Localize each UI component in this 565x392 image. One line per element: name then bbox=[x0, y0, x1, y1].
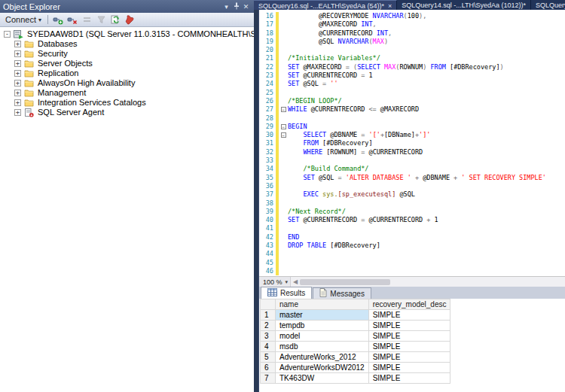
cell-name[interactable]: model bbox=[276, 331, 369, 342]
panel-splitter[interactable] bbox=[254, 10, 259, 392]
row-number-cell[interactable]: 2 bbox=[261, 321, 276, 331]
page-icon bbox=[319, 288, 327, 299]
fold-gutter bbox=[279, 224, 288, 232]
chevron-down-icon[interactable]: ▾ bbox=[221, 3, 231, 11]
code-text: /*Next Record*/ bbox=[288, 208, 346, 216]
code-line: 45 bbox=[259, 259, 565, 267]
scrollbar-thumb[interactable] bbox=[300, 279, 390, 285]
disconnect-icon[interactable] bbox=[66, 14, 78, 26]
expander-icon[interactable]: + bbox=[14, 99, 21, 106]
tree-item-label: SQL Server Agent bbox=[38, 108, 104, 117]
tree-item-replication[interactable]: +Replication bbox=[0, 68, 254, 78]
expander-icon[interactable]: + bbox=[14, 60, 21, 67]
code-text: WHILE @CURRENTRECORD <= @MAXRECORD bbox=[288, 105, 419, 114]
tree-item-label: Databases bbox=[38, 39, 78, 49]
cell-name[interactable]: msdb bbox=[276, 342, 369, 352]
row-number-cell[interactable]: 1 bbox=[261, 310, 276, 321]
grid-column-header[interactable]: name bbox=[276, 299, 369, 310]
code-text: @RECOVERYMODE NVARCHAR(100), bbox=[288, 12, 426, 20]
code-line: 43DROP TABLE [#DBRecovery] bbox=[259, 242, 565, 250]
tree-item-label: Security bbox=[38, 49, 68, 59]
tree-item-security[interactable]: +Security bbox=[0, 49, 254, 59]
line-number: 41 bbox=[259, 224, 276, 232]
code-text: @MAXRECORD INT, bbox=[288, 20, 377, 29]
tree-item-databases[interactable]: +Databases bbox=[0, 39, 254, 49]
document-tab-1[interactable]: SQLQuery16.sql -...EALTH\SyedAa (54))*× bbox=[254, 0, 397, 10]
row-number-cell[interactable]: 6 bbox=[261, 363, 276, 373]
tree-item-management[interactable]: +Management bbox=[0, 88, 254, 98]
line-number: 27 bbox=[259, 105, 276, 114]
tab-close-icon[interactable]: × bbox=[388, 2, 392, 10]
cell-recovery-model[interactable]: SIMPLE bbox=[368, 373, 450, 384]
horizontal-scrollbar[interactable]: ◀ bbox=[290, 277, 565, 287]
results-tab-messages[interactable]: Messages bbox=[313, 287, 371, 299]
tree-item-alwayson-high-availability[interactable]: +AlwaysOn High Availability bbox=[0, 78, 254, 88]
cell-recovery-model[interactable]: SIMPLE bbox=[368, 321, 450, 331]
object-explorer-title: Object Explorer bbox=[3, 2, 221, 11]
row-number-cell[interactable]: 3 bbox=[261, 331, 276, 342]
code-line: 32 WHERE [ROWNUM] = @CURRENTRECORD bbox=[259, 148, 565, 156]
scroll-left-icon[interactable]: ◀ bbox=[291, 278, 300, 285]
expander-icon[interactable]: + bbox=[14, 90, 21, 96]
expander-icon[interactable]: - bbox=[4, 31, 11, 38]
cell-name[interactable]: tempdb bbox=[276, 321, 369, 331]
fold-gutter: − bbox=[279, 131, 288, 139]
refresh-icon[interactable] bbox=[109, 14, 121, 26]
cell-name[interactable]: TK463DW bbox=[276, 373, 369, 384]
row-number-cell[interactable]: 4 bbox=[261, 342, 276, 352]
close-icon[interactable]: ✕ bbox=[241, 3, 251, 11]
code-line: 39/*Next Record*/ bbox=[259, 208, 565, 216]
cell-name[interactable]: AdventureWorksDW2012 bbox=[276, 363, 369, 373]
expander-icon[interactable]: + bbox=[14, 109, 21, 116]
row-number-cell[interactable]: 5 bbox=[261, 352, 276, 363]
results-tab-results[interactable]: Results bbox=[261, 287, 312, 299]
collapse-icon[interactable]: − bbox=[281, 107, 286, 112]
cell-recovery-model[interactable]: SIMPLE bbox=[368, 363, 450, 373]
code-text: /*Initialize Variables*/ bbox=[288, 54, 380, 62]
connect-icon[interactable] bbox=[52, 14, 64, 26]
line-number: 31 bbox=[259, 139, 276, 147]
cell-name[interactable]: AdventureWorks_2012 bbox=[276, 352, 369, 363]
cell-recovery-model[interactable]: SIMPLE bbox=[368, 331, 450, 342]
line-number: 40 bbox=[259, 216, 276, 224]
cell-recovery-model[interactable]: SIMPLE bbox=[368, 310, 450, 321]
code-editor[interactable]: 16 @RECOVERYMODE NVARCHAR(100),17 @MAXRE… bbox=[259, 10, 565, 276]
cell-recovery-model[interactable]: SIMPLE bbox=[368, 342, 450, 352]
fold-gutter bbox=[279, 165, 288, 173]
collapse-icon[interactable]: − bbox=[281, 124, 286, 129]
expander-icon[interactable]: + bbox=[14, 41, 21, 47]
tree-item-server-root[interactable]: -SYEDAAW8D1 (SQL Server 11.0.3153 - COMM… bbox=[0, 29, 254, 39]
connect-button[interactable]: Connect ▾ bbox=[3, 15, 44, 24]
expander-icon[interactable]: + bbox=[14, 50, 21, 57]
code-line: 20 bbox=[259, 46, 565, 54]
cell-recovery-model[interactable]: SIMPLE bbox=[368, 352, 450, 363]
code-line: 21/*Initialize Variables*/ bbox=[259, 54, 565, 62]
cell-name[interactable]: master bbox=[276, 310, 369, 321]
tree-item-server-objects[interactable]: +Server Objects bbox=[0, 59, 254, 68]
row-number-cell[interactable]: 7 bbox=[261, 373, 276, 384]
grid-column-header[interactable]: recovery_model_desc bbox=[368, 299, 450, 310]
zoom-level-dropdown[interactable]: 100 % ▾ bbox=[259, 278, 290, 286]
collapse-icon[interactable]: − bbox=[281, 132, 286, 138]
table-row: 7TK463DWSIMPLE bbox=[261, 373, 450, 384]
script-icon[interactable] bbox=[124, 14, 136, 26]
table-row: 1masterSIMPLE bbox=[261, 310, 450, 321]
object-explorer-titlebar: Object Explorer ▾ ✕ bbox=[0, 0, 254, 13]
ssms-window: Object Explorer ▾ ✕ Connect ▾ -SYEDAAW8D… bbox=[0, 0, 565, 392]
tree-item-label: AlwaysOn High Availability bbox=[38, 78, 135, 88]
code-line: 40SET @CURRENTRECORD = @CURRENTRECORD + … bbox=[259, 216, 565, 224]
document-tab-2[interactable]: SQLQuery14.sql -...LTH\SyedAa (1012))* bbox=[397, 0, 531, 10]
tree-item-label: Management bbox=[38, 88, 86, 98]
fold-gutter bbox=[279, 80, 288, 88]
expander-icon[interactable]: + bbox=[14, 70, 21, 77]
line-number: 26 bbox=[259, 97, 276, 105]
tree-item-integration-services-catalogs[interactable]: +Integration Services Catalogs bbox=[0, 98, 254, 108]
document-tab-3[interactable]: SQLQuery13.sql bbox=[531, 0, 565, 10]
fold-gutter bbox=[279, 71, 288, 80]
code-line: 17 @MAXRECORD INT, bbox=[259, 20, 565, 29]
line-number: 36 bbox=[259, 182, 276, 190]
fold-gutter: − bbox=[279, 123, 288, 131]
pin-icon[interactable] bbox=[231, 2, 241, 11]
tree-item-sql-server-agent[interactable]: +SQL Server Agent bbox=[0, 108, 254, 117]
expander-icon[interactable]: + bbox=[14, 80, 21, 87]
